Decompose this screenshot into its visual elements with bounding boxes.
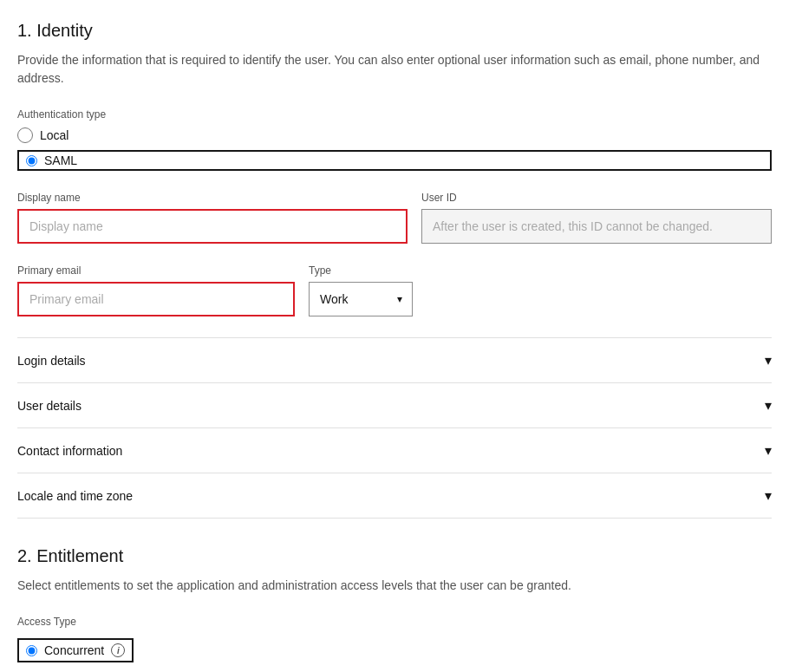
email-type-select[interactable]: Work Home Other — [309, 282, 413, 316]
auth-saml-radio[interactable] — [26, 155, 37, 166]
login-details-section: Login details ▾ — [17, 337, 772, 382]
locale-timezone-section: Locale and time zone ▾ — [17, 473, 772, 519]
concurrent-option[interactable]: Concurrent i — [17, 638, 772, 662]
locale-timezone-header[interactable]: Locale and time zone ▾ — [17, 473, 772, 518]
email-type-label: Type — [309, 264, 413, 277]
concurrent-label: Concurrent — [44, 643, 104, 657]
concurrent-radio-box[interactable]: Concurrent i — [17, 638, 134, 662]
auth-type-radio-group: Local SAML — [17, 127, 772, 171]
collapsible-sections: Login details ▾ User details ▾ Contact i… — [17, 337, 772, 519]
auth-type-local[interactable]: Local — [17, 127, 772, 143]
section1-title: 1. Identity — [17, 21, 772, 41]
user-details-header[interactable]: User details ▾ — [17, 383, 772, 427]
auth-type-saml-box[interactable]: SAML — [17, 150, 772, 171]
contact-info-chevron-icon: ▾ — [765, 442, 772, 459]
section2: 2. Entitlement Select entitlements to se… — [17, 546, 772, 672]
locale-timezone-chevron-icon: ▾ — [765, 487, 772, 504]
user-id-label: User ID — [421, 192, 772, 204]
email-type-select-wrapper: Work Home Other ▾ — [309, 282, 413, 316]
display-name-group: Display name — [17, 192, 408, 244]
user-details-section: User details ▾ — [17, 382, 772, 427]
section2-description: Select entitlements to set the applicati… — [17, 577, 772, 595]
display-name-input[interactable] — [17, 209, 408, 244]
contact-info-label: Contact information — [17, 444, 122, 458]
primary-email-label: Primary email — [17, 264, 295, 277]
access-type-label: Access Type — [17, 616, 772, 628]
user-id-input — [421, 209, 772, 244]
email-type-group: Type Work Home Other ▾ — [309, 264, 413, 316]
login-details-header[interactable]: Login details ▾ — [17, 338, 772, 382]
contact-info-section: Contact information ▾ — [17, 427, 772, 473]
display-name-row: Display name User ID — [17, 192, 772, 244]
email-row: Primary email Type Work Home Other ▾ — [17, 264, 772, 316]
access-options: Concurrent i Authorized i — [17, 638, 772, 672]
login-details-label: Login details — [17, 354, 86, 368]
section2-title: 2. Entitlement — [17, 546, 772, 566]
user-details-chevron-icon: ▾ — [765, 397, 772, 414]
primary-email-input[interactable] — [17, 282, 295, 316]
user-id-group: User ID — [421, 192, 772, 244]
user-details-label: User details — [17, 399, 82, 413]
primary-email-group: Primary email — [17, 264, 295, 316]
concurrent-radio[interactable] — [26, 645, 37, 656]
auth-type-section: Authentication type Local SAML — [17, 108, 772, 171]
section1-description: Provide the information that is required… — [17, 51, 772, 88]
concurrent-info-icon[interactable]: i — [111, 643, 125, 657]
auth-type-label: Authentication type — [17, 108, 772, 121]
auth-local-radio[interactable] — [17, 127, 33, 143]
locale-timezone-label: Locale and time zone — [17, 489, 133, 503]
auth-local-label: Local — [40, 128, 68, 142]
display-name-label: Display name — [17, 192, 408, 204]
auth-saml-label: SAML — [44, 153, 77, 167]
login-details-chevron-icon: ▾ — [765, 352, 772, 369]
contact-info-header[interactable]: Contact information ▾ — [17, 428, 772, 473]
access-type-section: Access Type Concurrent i Authorized i — [17, 616, 772, 672]
